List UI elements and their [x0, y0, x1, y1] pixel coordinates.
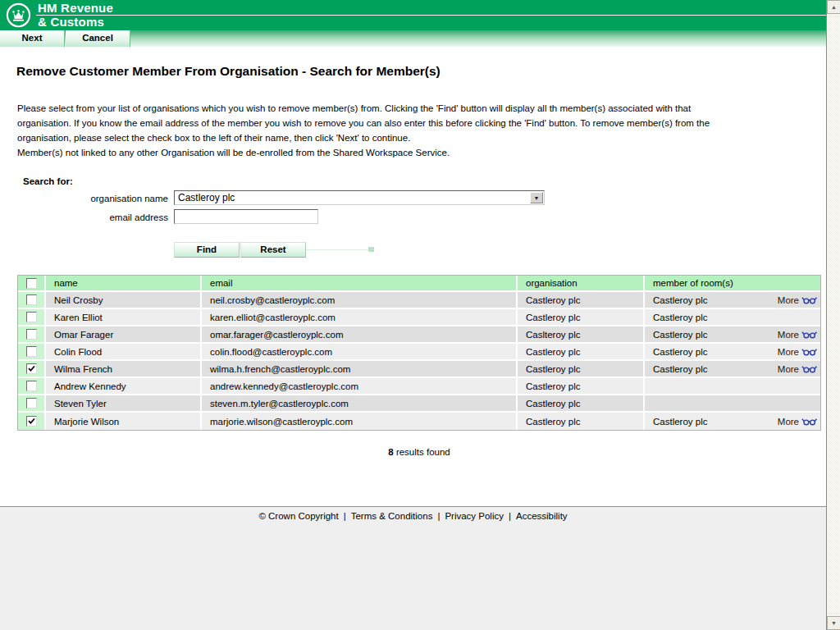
footer-link[interactable]: Terms & Conditions	[351, 511, 433, 521]
table-row: Karen Elliotkaren.elliot@castleroyplc.co…	[18, 309, 820, 326]
glasses-icon	[801, 331, 817, 339]
organisation-name-label: organisation name	[0, 194, 168, 203]
column-header-email: email	[202, 276, 518, 292]
member-organisation-cell: Castleroy plc	[518, 361, 645, 378]
rooms-text: Castleroy plc	[653, 330, 707, 340]
row-checkbox-cell	[18, 326, 46, 344]
more-label: More	[778, 364, 799, 374]
member-email-cell: wilma.h.french@castleroyplc.com	[202, 361, 518, 378]
cancel-button[interactable]: Cancel	[66, 30, 130, 47]
results-count: 8 results found	[17, 447, 821, 457]
row-checkbox[interactable]	[26, 312, 37, 322]
column-header-name: name	[46, 276, 202, 292]
table-row: Wilma Frenchwilma.h.french@castleroyplc.…	[18, 361, 820, 378]
results-count-label: results found	[396, 447, 450, 457]
table-row: Steven Tylersteven.m.tyler@castleroyplc.…	[18, 395, 820, 413]
select-all-checkbox[interactable]	[26, 278, 37, 289]
member-rooms-cell: Castleroy plcMore	[645, 292, 820, 309]
rooms-text: Castleroy plc	[653, 347, 707, 357]
decorative-line-cap	[368, 247, 374, 252]
row-checkbox[interactable]	[26, 381, 37, 391]
reset-button[interactable]: Reset	[240, 242, 306, 258]
rooms-text: Castleroy plc	[653, 313, 707, 322]
chevron-down-icon[interactable]: ▼	[530, 192, 543, 203]
row-checkbox-cell	[18, 413, 46, 430]
member-name-cell: Omar Farager	[46, 326, 202, 344]
table-row: Neil Crosbyneil.crosby@castleroyplc.comC…	[18, 292, 820, 309]
row-checkbox[interactable]	[26, 294, 37, 305]
member-rooms-cell: Castleroy plcMore	[645, 413, 820, 430]
brand-divider	[36, 15, 826, 16]
row-checkbox[interactable]	[26, 329, 37, 340]
row-checkbox[interactable]	[26, 363, 37, 374]
row-checkbox[interactable]	[26, 346, 37, 357]
member-email-cell: andrew.kennedy@castleroyplc.com	[202, 378, 518, 395]
more-link[interactable]: More	[778, 364, 817, 374]
more-link[interactable]: More	[778, 295, 817, 305]
more-link[interactable]: More	[778, 330, 817, 340]
glasses-icon	[801, 296, 817, 304]
email-address-label: email address	[0, 212, 168, 222]
member-rooms-cell: Castleroy plc	[645, 309, 820, 326]
member-organisation-cell: Castleroy plc	[518, 413, 645, 430]
table-header-row: name email organisation member of room(s…	[18, 276, 820, 292]
member-name-cell: Neil Crosby	[46, 292, 202, 309]
nav-band: Next Cancel	[0, 30, 826, 47]
table-row: Andrew Kennedyandrew.kennedy@castleroypl…	[18, 378, 820, 395]
member-name-cell: Steven Tyler	[46, 395, 202, 413]
row-checkbox-cell	[18, 292, 46, 309]
row-checkbox-cell	[18, 344, 46, 361]
member-name-cell: Wilma French	[46, 361, 202, 378]
member-email-cell: karen.elliot@castleroyplc.com	[202, 309, 518, 326]
member-organisation-cell: Castleroy plc	[518, 395, 645, 413]
vertical-scrollbar[interactable]: ▲ ▼	[826, 0, 840, 630]
member-email-cell: neil.crosby@castleroyplc.com	[202, 292, 518, 309]
member-rooms-cell	[645, 378, 820, 395]
member-email-cell: marjorie.wilson@castleroyplc.com	[202, 413, 518, 430]
organisation-name-value: Castleroy plc	[178, 192, 235, 204]
member-email-cell: omar.farager@castleroyplc.com	[202, 326, 518, 344]
organisation-name-select[interactable]: Castleroy plc ▼	[174, 190, 545, 205]
next-button[interactable]: Next	[0, 30, 65, 47]
scroll-up-icon[interactable]: ▲	[827, 0, 840, 14]
member-name-cell: Colin Flood	[46, 344, 202, 361]
column-header-organisation: organisation	[518, 276, 645, 292]
results-table: name email organisation member of room(s…	[17, 275, 821, 431]
more-link[interactable]: More	[778, 417, 817, 427]
brand-line2: & Customs	[38, 15, 113, 29]
brand-line1: HM Revenue	[38, 1, 113, 15]
member-rooms-cell: Castleroy plcMore	[645, 326, 820, 344]
find-button[interactable]: Find	[174, 242, 240, 258]
row-checkbox[interactable]	[26, 398, 37, 409]
rooms-text: Castleroy plc	[653, 364, 707, 374]
more-link[interactable]: More	[778, 347, 817, 357]
member-email-cell: colin.flood@castleroyplc.com	[202, 344, 518, 361]
more-label: More	[778, 330, 799, 340]
rooms-text: Castleroy plc	[653, 295, 707, 305]
results-count-number: 8	[388, 447, 393, 457]
member-organisation-cell: Castleroy plc	[518, 309, 645, 326]
glasses-icon	[801, 365, 817, 373]
crown-logo-icon	[6, 2, 31, 28]
member-organisation-cell: Caslteroy plc	[518, 326, 645, 344]
glasses-icon	[801, 418, 817, 426]
row-checkbox-cell	[18, 309, 46, 326]
row-checkbox[interactable]	[26, 416, 37, 427]
member-name-cell: Karen Elliot	[46, 309, 202, 326]
footer-link[interactable]: Accessibility	[516, 511, 568, 521]
intro-text: Please select from your list of organisa…	[17, 101, 819, 160]
scroll-down-icon[interactable]: ▼	[827, 616, 840, 630]
glasses-icon	[801, 348, 817, 356]
email-address-input[interactable]	[174, 209, 318, 224]
footer-separator: |	[344, 511, 346, 521]
member-organisation-cell: Castleroy plc	[518, 344, 645, 361]
more-label: More	[778, 417, 799, 427]
more-label: More	[778, 295, 799, 305]
footer-separator: |	[509, 511, 511, 521]
footer-link[interactable]: Privacy Policy	[445, 511, 504, 521]
brand-title: HM Revenue & Customs	[38, 1, 113, 29]
member-rooms-cell	[645, 395, 820, 413]
row-checkbox-cell	[18, 378, 46, 395]
page-title: Remove Customer Member From Organisation…	[16, 64, 441, 79]
copyright-text: © Crown Copyright	[258, 511, 338, 521]
